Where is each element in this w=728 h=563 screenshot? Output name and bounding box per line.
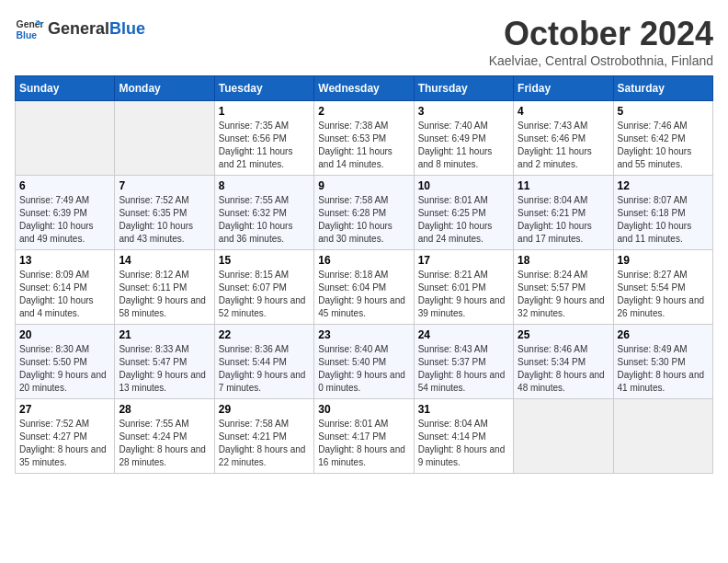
calendar-cell: 26Sunrise: 8:49 AM Sunset: 5:30 PM Dayli…	[613, 325, 712, 399]
day-number: 2	[318, 105, 409, 118]
day-number: 20	[19, 328, 110, 341]
calendar-cell: 21Sunrise: 8:33 AM Sunset: 5:47 PM Dayli…	[115, 325, 214, 399]
day-number: 27	[19, 403, 110, 416]
calendar-cell: 16Sunrise: 8:18 AM Sunset: 6:04 PM Dayli…	[314, 250, 414, 325]
calendar-cell: 20Sunrise: 8:30 AM Sunset: 5:50 PM Dayli…	[16, 325, 115, 399]
day-number: 17	[418, 254, 509, 267]
calendar-cell: 23Sunrise: 8:40 AM Sunset: 5:40 PM Dayli…	[314, 325, 414, 399]
day-number: 15	[219, 254, 310, 267]
month-title: October 2024	[489, 15, 713, 53]
logo-icon: General Blue	[15, 15, 44, 44]
day-info: Sunrise: 8:18 AM Sunset: 6:04 PM Dayligh…	[318, 269, 409, 320]
day-number: 6	[19, 179, 110, 192]
calendar-cell: 7Sunrise: 7:52 AM Sunset: 6:35 PM Daylig…	[115, 176, 214, 250]
day-number: 4	[518, 105, 609, 118]
day-info: Sunrise: 7:55 AM Sunset: 6:32 PM Dayligh…	[219, 194, 310, 246]
day-info: Sunrise: 7:43 AM Sunset: 6:46 PM Dayligh…	[518, 120, 609, 171]
day-number: 26	[618, 328, 709, 341]
day-info: Sunrise: 8:49 AM Sunset: 5:30 PM Dayligh…	[618, 343, 709, 395]
calendar-cell: 25Sunrise: 8:46 AM Sunset: 5:34 PM Dayli…	[514, 325, 613, 399]
week-row-3: 13Sunrise: 8:09 AM Sunset: 6:14 PM Dayli…	[16, 250, 713, 325]
calendar-cell: 6Sunrise: 7:49 AM Sunset: 6:39 PM Daylig…	[16, 176, 115, 250]
day-number: 30	[318, 403, 409, 416]
day-number: 12	[618, 179, 709, 192]
calendar-cell: 18Sunrise: 8:24 AM Sunset: 5:57 PM Dayli…	[514, 250, 613, 325]
day-info: Sunrise: 8:15 AM Sunset: 6:07 PM Dayligh…	[219, 269, 310, 320]
day-number: 18	[518, 254, 609, 267]
day-number: 16	[318, 254, 409, 267]
calendar-cell: 13Sunrise: 8:09 AM Sunset: 6:14 PM Dayli…	[16, 250, 115, 325]
calendar-cell: 4Sunrise: 7:43 AM Sunset: 6:46 PM Daylig…	[514, 101, 613, 176]
day-number: 5	[618, 105, 709, 118]
day-info: Sunrise: 8:04 AM Sunset: 6:21 PM Dayligh…	[518, 194, 609, 246]
weekday-header-thursday: Thursday	[414, 76, 513, 101]
day-number: 31	[418, 403, 509, 416]
calendar-cell: 5Sunrise: 7:46 AM Sunset: 6:42 PM Daylig…	[613, 101, 712, 176]
week-row-1: 1Sunrise: 7:35 AM Sunset: 6:56 PM Daylig…	[16, 101, 713, 176]
calendar-cell	[115, 101, 214, 176]
calendar-cell	[613, 399, 712, 474]
day-info: Sunrise: 8:27 AM Sunset: 5:54 PM Dayligh…	[618, 269, 709, 320]
day-info: Sunrise: 8:43 AM Sunset: 5:37 PM Dayligh…	[418, 343, 509, 395]
day-number: 3	[418, 105, 509, 118]
calendar-cell: 15Sunrise: 8:15 AM Sunset: 6:07 PM Dayli…	[214, 250, 313, 325]
day-info: Sunrise: 7:55 AM Sunset: 4:24 PM Dayligh…	[119, 418, 210, 469]
calendar-cell: 3Sunrise: 7:40 AM Sunset: 6:49 PM Daylig…	[414, 101, 513, 176]
calendar-cell: 27Sunrise: 7:52 AM Sunset: 4:27 PM Dayli…	[16, 399, 115, 474]
calendar-cell: 8Sunrise: 7:55 AM Sunset: 6:32 PM Daylig…	[214, 176, 313, 250]
day-info: Sunrise: 8:01 AM Sunset: 6:25 PM Dayligh…	[418, 194, 509, 246]
title-area: October 2024 Kaelviae, Central Ostroboth…	[489, 15, 713, 68]
calendar-cell: 10Sunrise: 8:01 AM Sunset: 6:25 PM Dayli…	[414, 176, 513, 250]
day-info: Sunrise: 7:38 AM Sunset: 6:53 PM Dayligh…	[318, 120, 409, 171]
location-title: Kaelviae, Central Ostrobothnia, Finland	[489, 53, 713, 68]
day-number: 24	[418, 328, 509, 341]
day-number: 28	[119, 403, 210, 416]
calendar-cell: 28Sunrise: 7:55 AM Sunset: 4:24 PM Dayli…	[115, 399, 214, 474]
calendar-cell: 31Sunrise: 8:04 AM Sunset: 4:14 PM Dayli…	[414, 399, 513, 474]
logo-general: General	[48, 19, 109, 38]
calendar-cell: 24Sunrise: 8:43 AM Sunset: 5:37 PM Dayli…	[414, 325, 513, 399]
calendar-cell: 14Sunrise: 8:12 AM Sunset: 6:11 PM Dayli…	[115, 250, 214, 325]
calendar-cell: 9Sunrise: 7:58 AM Sunset: 6:28 PM Daylig…	[314, 176, 414, 250]
week-row-2: 6Sunrise: 7:49 AM Sunset: 6:39 PM Daylig…	[16, 176, 713, 250]
day-info: Sunrise: 8:12 AM Sunset: 6:11 PM Dayligh…	[119, 269, 210, 320]
day-info: Sunrise: 7:52 AM Sunset: 6:35 PM Dayligh…	[119, 194, 210, 246]
weekday-header-friday: Friday	[514, 76, 613, 101]
day-number: 14	[119, 254, 210, 267]
day-info: Sunrise: 8:40 AM Sunset: 5:40 PM Dayligh…	[318, 343, 409, 395]
day-info: Sunrise: 7:40 AM Sunset: 6:49 PM Dayligh…	[418, 120, 509, 171]
day-info: Sunrise: 8:33 AM Sunset: 5:47 PM Dayligh…	[119, 343, 210, 395]
day-info: Sunrise: 8:09 AM Sunset: 6:14 PM Dayligh…	[19, 269, 110, 320]
day-info: Sunrise: 7:35 AM Sunset: 6:56 PM Dayligh…	[219, 120, 310, 171]
calendar-cell: 12Sunrise: 8:07 AM Sunset: 6:18 PM Dayli…	[613, 176, 712, 250]
calendar-cell: 22Sunrise: 8:36 AM Sunset: 5:44 PM Dayli…	[214, 325, 313, 399]
day-number: 21	[119, 328, 210, 341]
day-info: Sunrise: 7:58 AM Sunset: 4:21 PM Dayligh…	[219, 418, 310, 469]
week-row-4: 20Sunrise: 8:30 AM Sunset: 5:50 PM Dayli…	[16, 325, 713, 399]
day-info: Sunrise: 8:30 AM Sunset: 5:50 PM Dayligh…	[19, 343, 110, 395]
calendar-cell: 29Sunrise: 7:58 AM Sunset: 4:21 PM Dayli…	[214, 399, 313, 474]
day-number: 8	[219, 179, 310, 192]
calendar-cell	[16, 101, 115, 176]
day-info: Sunrise: 7:58 AM Sunset: 6:28 PM Dayligh…	[318, 194, 409, 246]
calendar-cell: 1Sunrise: 7:35 AM Sunset: 6:56 PM Daylig…	[214, 101, 313, 176]
day-info: Sunrise: 8:04 AM Sunset: 4:14 PM Dayligh…	[418, 418, 509, 469]
calendar-table: SundayMondayTuesdayWednesdayThursdayFrid…	[15, 75, 713, 474]
day-number: 9	[318, 179, 409, 192]
calendar-cell: 19Sunrise: 8:27 AM Sunset: 5:54 PM Dayli…	[613, 250, 712, 325]
day-number: 23	[318, 328, 409, 341]
day-info: Sunrise: 8:46 AM Sunset: 5:34 PM Dayligh…	[518, 343, 609, 395]
day-number: 11	[518, 179, 609, 192]
logo-blue: Blue	[109, 19, 145, 38]
day-number: 22	[219, 328, 310, 341]
logo: General Blue GeneralBlue	[15, 15, 145, 44]
weekday-header-wednesday: Wednesday	[314, 76, 414, 101]
day-info: Sunrise: 8:24 AM Sunset: 5:57 PM Dayligh…	[518, 269, 609, 320]
calendar-cell	[514, 399, 613, 474]
weekday-header-monday: Monday	[115, 76, 214, 101]
svg-text:Blue: Blue	[17, 30, 38, 40]
weekday-header-row: SundayMondayTuesdayWednesdayThursdayFrid…	[16, 76, 713, 101]
calendar-cell: 17Sunrise: 8:21 AM Sunset: 6:01 PM Dayli…	[414, 250, 513, 325]
weekday-header-saturday: Saturday	[613, 76, 712, 101]
day-number: 1	[219, 105, 310, 118]
